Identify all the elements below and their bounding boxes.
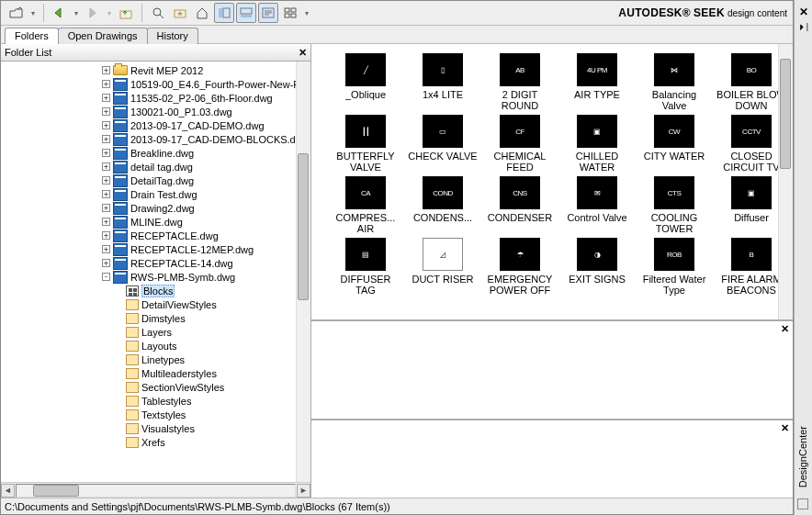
expand-collapse-icon[interactable]: - [102, 273, 110, 281]
expand-collapse-icon[interactable]: + [102, 218, 110, 226]
block-item[interactable]: CONDCONDENS... [407, 176, 479, 236]
tree-item[interactable]: +10519-00_E4.6_Fourth-Power-New-P [1, 77, 310, 91]
tree-vertical-scrollbar[interactable] [296, 62, 310, 482]
tree-item[interactable]: +RECEPTACLE.dwg [1, 229, 310, 242]
scroll-right-icon[interactable]: ► [297, 484, 310, 498]
expand-collapse-icon[interactable]: + [102, 80, 110, 88]
expand-collapse-icon[interactable]: + [102, 231, 110, 240]
back-icon[interactable] [50, 3, 70, 23]
palette-close-icon[interactable]: ✕ [795, 6, 812, 18]
block-item[interactable]: ▯1x4 LITE [407, 53, 479, 113]
scrollbar-track[interactable] [16, 484, 296, 498]
tree-item[interactable]: -RWS-PLMB-Symb.dwg [1, 270, 310, 284]
block-item[interactable]: ⋈Balancing Valve [638, 53, 710, 113]
tree-item[interactable]: Linetypes [1, 353, 310, 366]
tree-item[interactable]: +Drain Test.dwg [1, 187, 310, 201]
search-icon[interactable] [148, 3, 168, 23]
expand-collapse-icon[interactable]: + [102, 176, 110, 185]
tree-item[interactable]: Blocks [1, 284, 310, 297]
block-item[interactable]: BOBOILER BLOW DOWN [716, 53, 787, 113]
close-icon[interactable]: ✕ [299, 47, 307, 59]
block-item[interactable]: AB2 DIGIT ROUND [484, 53, 556, 113]
block-item[interactable]: ▤DIFFUSER TAG [330, 238, 401, 297]
expand-collapse-icon[interactable]: + [102, 162, 110, 171]
expand-collapse-icon[interactable]: + [102, 259, 110, 267]
expand-collapse-icon[interactable]: + [102, 190, 110, 198]
dropdown-caret-icon[interactable]: ▾ [105, 9, 114, 17]
expand-collapse-icon[interactable]: + [102, 135, 110, 143]
tab-open-drawings[interactable]: Open Drawings [58, 28, 148, 44]
close-icon[interactable]: ✕ [781, 422, 789, 434]
tree-item[interactable]: Visualstyles [1, 421, 310, 435]
tree-item[interactable]: +130021-00_P1.03.dwg [1, 105, 310, 118]
block-item[interactable]: ▭CHECK VALVE [407, 115, 479, 174]
block-item[interactable]: CTSCOOLING TOWER [638, 176, 710, 236]
close-icon[interactable]: ✕ [781, 323, 789, 335]
expand-collapse-icon[interactable]: + [102, 66, 110, 74]
load-icon[interactable] [6, 3, 27, 23]
content-grid-pane[interactable]: ╱_Oblique▯1x4 LITEAB2 DIGIT ROUND4U PMAI… [311, 44, 793, 319]
expand-collapse-icon[interactable]: + [102, 245, 110, 253]
block-item[interactable]: 4U PMAIR TYPE [561, 53, 633, 113]
palette-menu-icon[interactable] [797, 498, 808, 509]
tree-item[interactable]: DetailViewStyles [1, 297, 310, 311]
tree-item[interactable]: +Revit MEP 2012 [1, 63, 310, 77]
tree-item[interactable]: Dimstyles [1, 311, 310, 325]
expand-collapse-icon[interactable]: + [102, 204, 110, 212]
palette-right-rail[interactable]: ✕ ⏵| DesignCenter [794, 0, 812, 515]
dropdown-caret-icon[interactable]: ▾ [28, 9, 38, 17]
tree-item[interactable]: +MLINE.dwg [1, 215, 310, 229]
tree-item[interactable]: Xrefs [1, 435, 310, 449]
tree-toggle-icon[interactable] [214, 3, 234, 23]
block-item[interactable]: ☂EMERGENCY POWER OFF [484, 238, 556, 297]
preview-toggle-icon[interactable] [236, 3, 256, 23]
tab-history[interactable]: History [147, 28, 198, 44]
block-item[interactable]: ROBFiltered Water Type [638, 238, 710, 297]
tree-item[interactable]: +Drawing2.dwg [1, 201, 310, 215]
tree-item[interactable]: +11535-02_P2-06_6th-Floor.dwg [1, 91, 310, 105]
block-item[interactable]: CCTVCLOSED CIRCUIT TV [716, 115, 787, 174]
block-item[interactable]: ✉Control Valve [561, 176, 633, 236]
tree-item[interactable]: Layers [1, 325, 310, 339]
palette-autohide-icon[interactable]: ⏵| [795, 22, 812, 31]
block-item[interactable]: ◿DUCT RISER [407, 238, 479, 297]
views-icon[interactable] [280, 3, 300, 23]
description-toggle-icon[interactable] [258, 3, 278, 23]
dropdown-caret-icon[interactable]: ▾ [72, 9, 81, 17]
tree-item[interactable]: Tablestyles [1, 394, 310, 408]
tree-item[interactable]: Textstyles [1, 408, 310, 421]
block-item[interactable]: ▣Diffuser [716, 176, 787, 236]
dropdown-caret-icon[interactable]: ▾ [302, 9, 311, 17]
block-item[interactable]: ▣CHILLED WATER [561, 115, 633, 174]
block-item[interactable]: CACOMPRES... AIR [330, 176, 401, 236]
block-item[interactable]: CWCITY WATER [638, 115, 710, 174]
grid-vertical-scrollbar[interactable] [778, 44, 793, 319]
tree-item[interactable]: +Breakline.dwg [1, 146, 310, 160]
tree-item[interactable]: +2013-09-17_CAD-DEMO.dwg [1, 118, 310, 132]
folder-tree[interactable]: +Revit MEP 2012+10519-00_E4.6_Fourth-Pow… [1, 62, 310, 482]
tree-item[interactable]: Multileaderstyles [1, 366, 310, 380]
scroll-left-icon[interactable]: ◄ [1, 484, 15, 498]
tree-item[interactable]: +2013-09-17_CAD-DEMO-BLOCKS.dv [1, 132, 310, 146]
block-item[interactable]: CNSCONDENSER [484, 176, 556, 236]
scrollbar-thumb[interactable] [780, 59, 791, 169]
scrollbar-thumb[interactable] [33, 485, 79, 497]
up-folder-icon[interactable] [116, 3, 136, 23]
home-icon[interactable] [192, 3, 212, 23]
tree-item[interactable]: +DetailTag.dwg [1, 174, 310, 187]
tree-horizontal-scrollbar[interactable]: ◄ ► [1, 482, 310, 498]
tree-item[interactable]: Layouts [1, 339, 310, 353]
tree-item[interactable]: +RECEPTACLE-12MEP.dwg [1, 242, 310, 256]
block-item[interactable]: BFIRE ALARM BEACONS [716, 238, 787, 297]
scrollbar-thumb[interactable] [298, 153, 309, 300]
block-item[interactable]: ┃┃BUTTERFLY VALVE [330, 115, 401, 174]
block-item[interactable]: ◑EXIT SIGNS [561, 238, 633, 297]
block-item[interactable]: CFCHEMICAL FEED [484, 115, 556, 174]
expand-collapse-icon[interactable]: + [102, 149, 110, 157]
expand-collapse-icon[interactable]: + [102, 94, 110, 102]
tab-folders[interactable]: Folders [5, 28, 59, 44]
expand-collapse-icon[interactable]: + [102, 121, 110, 129]
forward-icon[interactable] [83, 3, 103, 23]
tree-item[interactable]: +detail tag.dwg [1, 160, 310, 174]
favorites-icon[interactable] [170, 3, 190, 23]
